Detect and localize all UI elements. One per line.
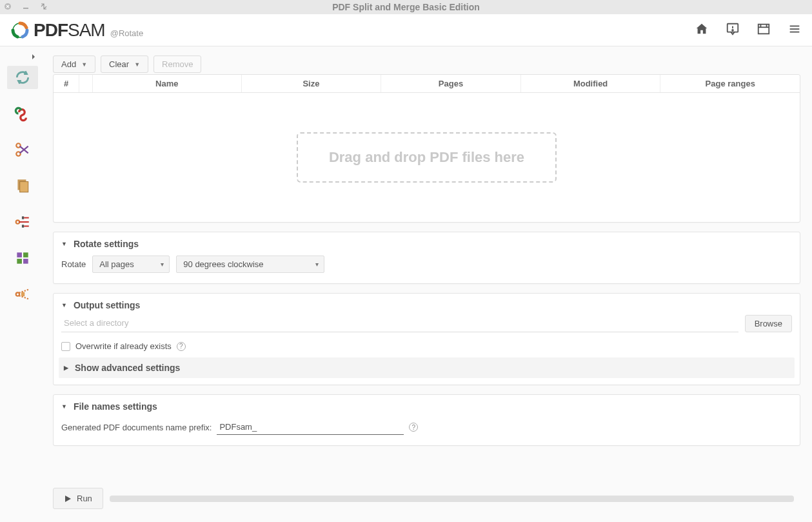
- table-header: # Name Size Pages Modified Page ranges: [54, 75, 800, 93]
- drop-hint: Drag and drop PDF files here: [297, 132, 557, 183]
- logo-context: @Rotate: [110, 28, 144, 38]
- horizontal-scrollbar[interactable]: [110, 496, 794, 502]
- drop-zone[interactable]: Drag and drop PDF files here: [54, 93, 800, 222]
- overwrite-help-icon[interactable]: ?: [177, 342, 186, 351]
- titlebar: PDF Split and Merge Basic Edition: [0, 0, 812, 14]
- svg-rect-20: [17, 252, 22, 257]
- rotate-settings-card: Rotate settings Rotate All pages 90 degr…: [53, 232, 800, 284]
- sidebar-item-rotate[interactable]: [7, 66, 38, 89]
- topbar: PDFSAM @Rotate: [0, 14, 812, 46]
- sidebar-item-split-size[interactable]: [7, 283, 38, 306]
- svg-rect-16: [20, 182, 28, 192]
- overwrite-checkbox[interactable]: [61, 342, 70, 351]
- minimize-window-icon[interactable]: [22, 3, 30, 12]
- rotate-angle-select[interactable]: 90 degrees clockwise: [176, 256, 324, 273]
- prefix-input[interactable]: [217, 419, 404, 435]
- run-button[interactable]: Run: [53, 488, 103, 509]
- sidebar: [0, 46, 45, 522]
- add-button[interactable]: Add▼: [53, 55, 95, 73]
- col-header-ranges[interactable]: Page ranges: [660, 75, 800, 92]
- col-header-num[interactable]: #: [54, 75, 79, 92]
- svg-rect-23: [23, 259, 28, 264]
- svg-point-17: [16, 220, 19, 223]
- output-directory-input[interactable]: [61, 314, 738, 332]
- svg-rect-6: [758, 25, 769, 34]
- action-row: Add▼ Clear▼ Remove: [53, 55, 800, 73]
- clear-button[interactable]: Clear▼: [101, 55, 148, 73]
- col-header-size[interactable]: Size: [242, 75, 382, 92]
- svg-rect-18: [22, 216, 24, 219]
- rotate-pages-select[interactable]: All pages: [92, 256, 170, 273]
- overwrite-label: Overwrite if already exists: [75, 341, 172, 351]
- svg-rect-1: [23, 8, 28, 9]
- output-settings-card: Output settings Browse Overwrite if alre…: [53, 293, 800, 385]
- prefix-label: Generated PDF documents name prefix:: [61, 423, 212, 432]
- log-icon[interactable]: [757, 22, 771, 38]
- maximize-window-icon[interactable]: [40, 3, 48, 12]
- col-header-blank: [79, 75, 93, 92]
- rotate-settings-title[interactable]: Rotate settings: [54, 232, 800, 253]
- advanced-settings-toggle[interactable]: Show advanced settings: [59, 357, 795, 378]
- remove-button: Remove: [153, 55, 201, 73]
- sidebar-item-split[interactable]: [7, 138, 38, 161]
- home-icon[interactable]: [695, 22, 709, 38]
- filenames-settings-card: File names settings Generated PDF docume…: [53, 394, 800, 446]
- notification-icon[interactable]: [726, 22, 740, 38]
- svg-point-24: [16, 292, 19, 296]
- col-header-pages[interactable]: Pages: [381, 75, 521, 92]
- svg-point-5: [732, 30, 733, 31]
- logo: PDFSAM @Rotate: [10, 20, 143, 41]
- window-title: PDF Split and Merge Basic Edition: [332, 2, 480, 12]
- filenames-settings-title[interactable]: File names settings: [54, 395, 800, 416]
- svg-rect-22: [17, 259, 22, 264]
- prefix-help-icon[interactable]: ?: [409, 423, 418, 432]
- sidebar-item-extract[interactable]: [7, 174, 38, 197]
- menu-icon[interactable]: [787, 22, 802, 38]
- sidebar-item-alternate-mix[interactable]: [7, 246, 38, 270]
- logo-text: PDFSAM: [34, 20, 105, 41]
- browse-button[interactable]: Browse: [745, 315, 792, 332]
- sidebar-item-merge[interactable]: [7, 102, 38, 125]
- col-header-name[interactable]: Name: [93, 75, 242, 92]
- main-content: Add▼ Clear▼ Remove # Name Size Pages Mod…: [45, 46, 812, 522]
- svg-rect-25: [21, 292, 25, 297]
- svg-rect-19: [22, 225, 24, 227]
- file-table-card: # Name Size Pages Modified Page ranges D…: [53, 74, 800, 223]
- close-window-icon[interactable]: [4, 3, 12, 12]
- col-header-modified[interactable]: Modified: [521, 75, 661, 92]
- sidebar-expand-icon[interactable]: [31, 52, 36, 61]
- rotate-label: Rotate: [61, 259, 86, 269]
- output-settings-title[interactable]: Output settings: [54, 294, 800, 314]
- sidebar-item-split-bookmarks[interactable]: [7, 210, 38, 234]
- svg-rect-21: [23, 252, 28, 257]
- logo-icon: [10, 21, 30, 40]
